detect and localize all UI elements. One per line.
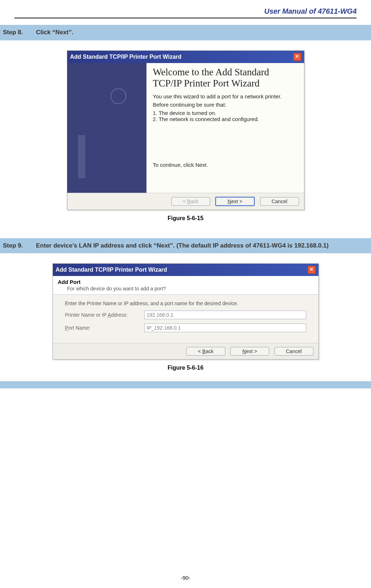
- page-number: -90-: [0, 575, 371, 581]
- close-icon[interactable]: ✕: [308, 266, 316, 274]
- wizard-side-graphic: [67, 63, 146, 193]
- back-button[interactable]: < Back: [171, 197, 210, 206]
- figure-caption-2: Figure 5-6-16: [14, 365, 357, 371]
- step-9-label: Step 9.: [1, 240, 36, 251]
- ip-address-field[interactable]: 192.168.0.1: [144, 311, 306, 319]
- section-divider-bar: [0, 381, 371, 388]
- cancel-button[interactable]: Cancel: [260, 197, 299, 206]
- cancel-button[interactable]: Cancel: [275, 347, 313, 356]
- wizard-1-item-1: 1. The device is turned on.: [153, 110, 298, 116]
- port-name-label: Port Name:: [65, 325, 144, 331]
- back-button[interactable]: < Back: [186, 347, 225, 356]
- wizard-1-titlebar: Add Standard TCP/IP Printer Port Wizard …: [67, 51, 304, 63]
- step-9-desc: Enter device’s LAN IP address and click …: [36, 240, 370, 251]
- wizard-2-header: Add Port For which device do you want to…: [53, 276, 318, 295]
- wizard-1-continue: To continue, click Next.: [153, 162, 298, 168]
- next-button[interactable]: Next >: [230, 347, 269, 356]
- wizard-2-h2: For which device do you want to add a po…: [58, 285, 313, 291]
- step-9-bar: Step 9. Enter device’s LAN IP address an…: [0, 238, 371, 254]
- wizard-2-button-row: < Back Next > Cancel: [53, 343, 318, 359]
- close-icon[interactable]: ✕: [293, 53, 301, 61]
- wizard-1-title: Add Standard TCP/IP Printer Port Wizard: [70, 54, 182, 60]
- wizard-2-titlebar: Add Standard TCP/IP Printer Port Wizard …: [53, 264, 318, 276]
- step-8-bar: Step 8. Click “Next”.: [0, 25, 371, 40]
- wizard-2-title: Add Standard TCP/IP Printer Port Wizard: [56, 267, 167, 273]
- wizard-1-button-row: < Back Next > Cancel: [67, 193, 304, 210]
- wizard-1-heading: Welcome to the Add Standard TCP/IP Print…: [153, 67, 298, 89]
- wizard-1-line-2: Before continuing be sure that:: [153, 102, 298, 108]
- port-name-field[interactable]: IP_192.168.0.1: [144, 324, 306, 332]
- wizard-1-line-1: You use this wizard to add a port for a …: [153, 93, 298, 99]
- step-8-desc: Click “Next”.: [36, 27, 370, 38]
- wizard-2-window: Add Standard TCP/IP Printer Port Wizard …: [53, 263, 319, 360]
- wizard-2-h1: Add Port: [58, 279, 313, 285]
- next-button[interactable]: Next >: [215, 197, 255, 206]
- step-8-label: Step 8.: [1, 27, 36, 38]
- wizard-1-window: Add Standard TCP/IP Printer Port Wizard …: [67, 50, 304, 210]
- wizard-2-instruction: Enter the Printer Name or IP address, an…: [65, 300, 306, 306]
- document-header: User Manual of 47611-WG4: [14, 7, 357, 18]
- figure-caption-1: Figure 5-6-15: [14, 215, 357, 222]
- ip-address-label: Printer Name or IP Address:: [65, 312, 144, 318]
- wizard-1-item-2: 2. The network is connected and configur…: [153, 116, 298, 122]
